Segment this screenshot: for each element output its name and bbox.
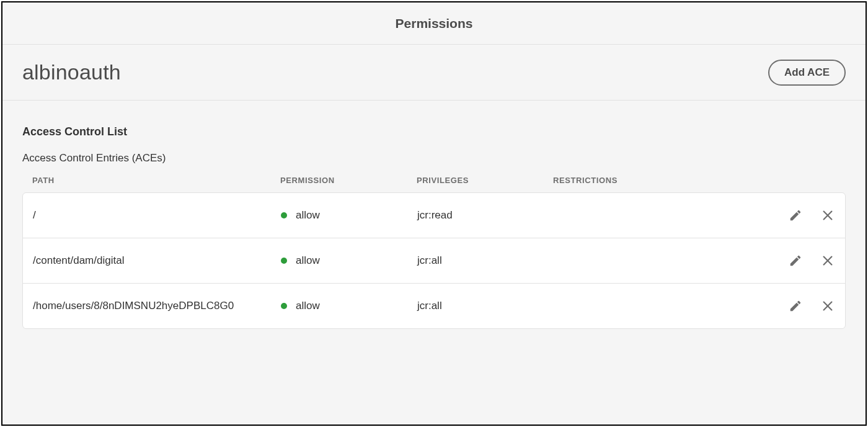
ace-path: / — [33, 209, 281, 222]
close-icon — [821, 209, 835, 222]
pencil-icon — [789, 299, 802, 313]
col-header-restrictions: RESTRICTIONS — [553, 176, 768, 185]
col-header-privileges: PRIVILEGES — [417, 176, 553, 185]
ace-permission-label: allow — [296, 300, 320, 312]
ace-privileges: jcr:all — [417, 254, 554, 267]
page-title: Permissions — [396, 16, 473, 31]
ace-privileges: jcr:read — [417, 209, 554, 222]
delete-ace-button[interactable] — [820, 253, 835, 268]
add-ace-button[interactable]: Add ACE — [768, 60, 846, 86]
ace-permission: allow — [281, 300, 417, 312]
close-icon — [821, 254, 835, 267]
ace-table-body: / allow jcr:read /content/dam/digital — [22, 192, 846, 329]
ace-path: /home/users/8/8nDIMSNU2hyeDPBLC8G0 — [33, 300, 281, 312]
content-area: Access Control List Access Control Entri… — [2, 101, 866, 329]
status-dot-icon — [281, 212, 287, 218]
ace-actions — [767, 253, 835, 268]
delete-ace-button[interactable] — [820, 208, 835, 223]
subheader: albinoauth Add ACE — [2, 45, 866, 101]
col-header-permission: PERMISSION — [280, 176, 417, 185]
close-icon — [821, 299, 835, 313]
ace-row: / allow jcr:read — [23, 193, 845, 238]
ace-subheading: Access Control Entries (ACEs) — [22, 152, 846, 164]
ace-row: /home/users/8/8nDIMSNU2hyeDPBLC8G0 allow… — [23, 283, 845, 328]
pencil-icon — [789, 209, 802, 222]
ace-permission: allow — [281, 254, 417, 267]
col-header-path: PATH — [32, 176, 280, 185]
ace-table: PATH PERMISSION PRIVILEGES RESTRICTIONS … — [22, 176, 846, 329]
status-dot-icon — [281, 258, 287, 264]
ace-permission: allow — [281, 209, 417, 222]
ace-actions — [767, 299, 835, 313]
ace-actions — [767, 208, 835, 223]
pencil-icon — [789, 254, 802, 267]
status-dot-icon — [281, 303, 287, 309]
col-header-actions — [768, 176, 836, 185]
edit-ace-button[interactable] — [788, 253, 803, 268]
ace-path: /content/dam/digital — [33, 254, 281, 267]
ace-permission-label: allow — [296, 254, 320, 267]
add-ace-button-label: Add ACE — [784, 66, 830, 79]
edit-ace-button[interactable] — [788, 299, 803, 313]
ace-table-header: PATH PERMISSION PRIVILEGES RESTRICTIONS — [22, 176, 846, 192]
permissions-panel: Permissions albinoauth Add ACE Access Co… — [1, 1, 867, 426]
topbar: Permissions — [2, 2, 866, 45]
ace-row: /content/dam/digital allow jcr:all — [23, 238, 845, 283]
ace-privileges: jcr:all — [417, 300, 554, 312]
acl-heading: Access Control List — [22, 125, 846, 138]
delete-ace-button[interactable] — [820, 299, 835, 313]
edit-ace-button[interactable] — [788, 208, 803, 223]
user-name: albinoauth — [22, 60, 121, 84]
ace-permission-label: allow — [296, 209, 320, 222]
